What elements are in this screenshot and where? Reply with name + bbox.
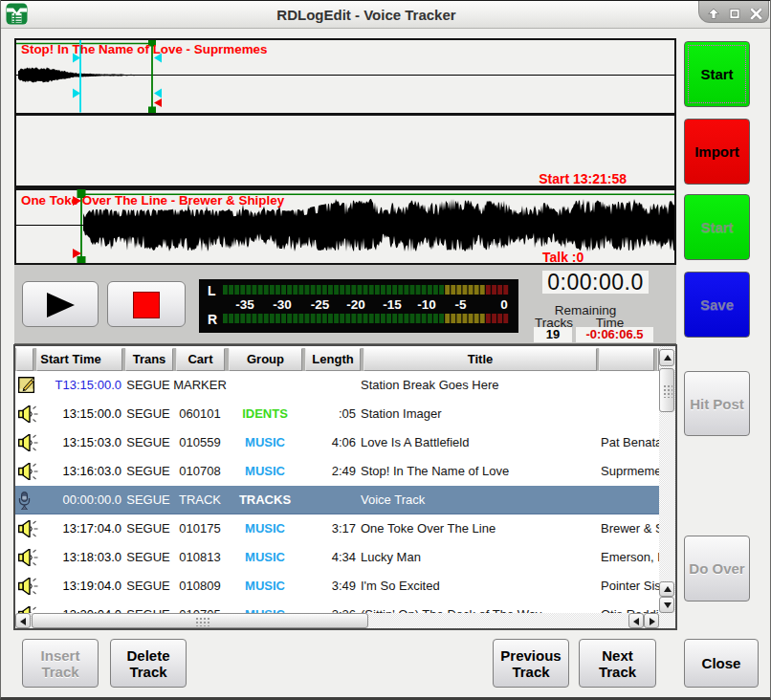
svg-text:-25: -25 <box>311 297 330 312</box>
svg-text:-30: -30 <box>273 297 292 312</box>
svg-text:-20: -20 <box>346 297 365 312</box>
svg-text:0: 0 <box>500 297 508 312</box>
svg-text:Start 13:21:58: Start 13:21:58 <box>539 171 627 186</box>
svg-text:-35: -35 <box>235 297 254 312</box>
svg-text:L: L <box>208 283 216 298</box>
svg-text:R: R <box>208 312 217 327</box>
svg-text:-15: -15 <box>383 297 402 312</box>
svg-text:One Toke Over The Line - Brewe: One Toke Over The Line - Brewer & Shiple… <box>21 193 285 208</box>
svg-text:-5: -5 <box>455 297 467 312</box>
svg-text:Talk :0: Talk :0 <box>542 250 584 263</box>
svg-text:Stop! In The Name of Love - Su: Stop! In The Name of Love - Suprmemes <box>21 42 267 56</box>
svg-text:-10: -10 <box>417 297 436 312</box>
